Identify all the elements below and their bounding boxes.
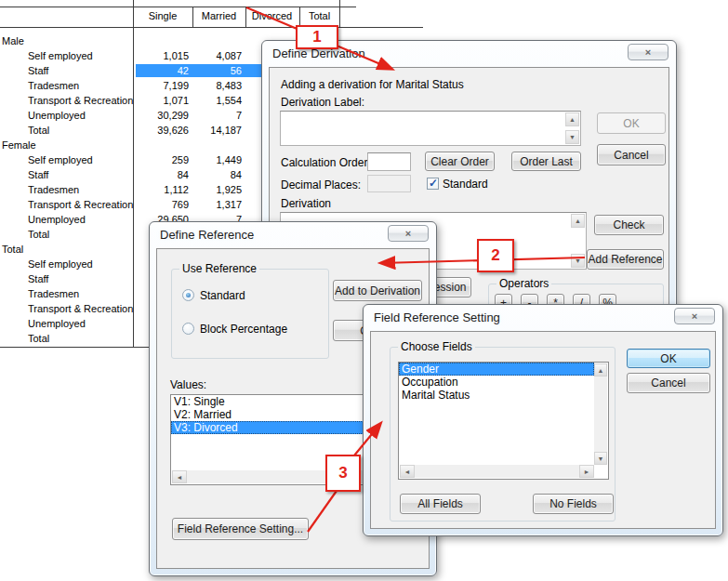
calculation-order-input[interactable]	[367, 152, 411, 171]
scroll-left-icon[interactable]: ◄	[400, 465, 415, 478]
horizontal-scrollbar[interactable]: ◄ ►	[400, 465, 594, 478]
row-label: Self employed	[28, 152, 93, 167]
column-header-divorced: Divorced	[245, 10, 298, 21]
use-reference-group-label: Use Reference	[179, 262, 259, 275]
derivation-label-input[interactable]: ▲ ▼	[280, 111, 581, 146]
cell-single: 259	[136, 152, 189, 167]
add-to-derivation-button[interactable]: Add to Derivation	[333, 280, 422, 301]
scroll-down-icon[interactable]: ▼	[594, 452, 607, 465]
cell-married: 14,187	[191, 123, 242, 138]
list-item[interactable]: Marital Status	[399, 389, 608, 402]
cell-married: 8,483	[191, 78, 242, 93]
scroll-down-icon[interactable]: ▼	[571, 254, 585, 268]
all-fields-button[interactable]: All Fields	[400, 494, 481, 514]
table-row[interactable]: Transport & Recreation7691,317	[0, 197, 261, 212]
close-icon[interactable]: ×	[388, 225, 429, 242]
block-percentage-radio[interactable]	[182, 323, 194, 335]
table-row[interactable]: Staff4256	[0, 63, 261, 78]
table-row[interactable]: Staff8484	[0, 167, 261, 182]
check-button[interactable]: Check	[594, 215, 664, 235]
table-group-row: Male	[0, 33, 261, 48]
table-header-rule	[0, 27, 423, 28]
scroll-down-icon[interactable]: ▼	[565, 130, 579, 144]
row-label: Staff	[28, 167, 48, 182]
block-percentage-radio-label: Block Percentage	[200, 323, 287, 336]
scroll-right-icon[interactable]: ►	[579, 465, 594, 478]
vertical-scrollbar[interactable]: ▲ ▼	[594, 363, 607, 465]
row-label: Self employed	[28, 48, 93, 63]
scroll-up-icon[interactable]: ▲	[594, 363, 607, 376]
scroll-up-icon[interactable]: ▲	[571, 214, 585, 228]
clear-order-button[interactable]: Clear Order	[425, 152, 495, 171]
add-reference-button[interactable]: Add Reference	[587, 249, 664, 270]
scroll-left-icon[interactable]: ◄	[172, 470, 187, 483]
decimal-places-input	[367, 175, 411, 192]
derivation-label-caption: Derivation Label:	[281, 96, 364, 109]
cell-single: 1,112	[136, 182, 189, 197]
use-reference-group: Use Reference Standard Block Percentage	[171, 269, 329, 359]
list-item-selected[interactable]: Gender	[399, 363, 594, 376]
choose-fields-group-label: Choose Fields	[398, 340, 475, 353]
ok-button[interactable]: OK	[597, 112, 666, 134]
close-icon[interactable]: ×	[674, 308, 715, 324]
derivation-scrollbar[interactable]: ▲ ▼	[571, 214, 585, 268]
table-col-divider	[339, 0, 340, 27]
standard-checkbox-label: Standard	[443, 178, 488, 191]
derivation-section-caption: Derivation	[281, 197, 331, 210]
group-label: Female	[2, 138, 36, 152]
fields-listbox[interactable]: Gender Occupation Marital Status ▲ ▼ ◄ ►	[398, 362, 609, 480]
scroll-up-icon[interactable]: ▲	[565, 112, 579, 126]
standard-radio-label: Standard	[200, 289, 245, 302]
column-header-single: Single	[135, 10, 191, 21]
cancel-button[interactable]: Cancel	[627, 373, 710, 393]
choose-fields-group: Choose Fields Gender Occupation Marital …	[390, 347, 615, 522]
table-row[interactable]: Unemployed30,2997	[0, 108, 261, 123]
row-label: Transport & Recreation	[28, 301, 133, 316]
no-fields-button[interactable]: No Fields	[533, 494, 614, 514]
standard-radio[interactable]	[182, 289, 194, 301]
cell-single: 1,071	[136, 93, 189, 108]
ok-button[interactable]: OK	[627, 349, 710, 368]
cell-single: 84	[136, 167, 189, 182]
row-label: Tradesmen	[28, 78, 79, 93]
row-label: Tradesmen	[28, 182, 79, 197]
table-row[interactable]: Tradesmen1,1121,925	[0, 182, 261, 197]
close-icon[interactable]: ×	[628, 44, 668, 60]
cell-married: 1,925	[191, 182, 242, 197]
callout-1-badge: 1	[296, 25, 338, 49]
derivation-label-scrollbar[interactable]: ▲ ▼	[565, 112, 579, 144]
table-row[interactable]: Total39,62614,187	[0, 123, 261, 138]
cell-single: 7,199	[136, 78, 189, 93]
callout-3-badge: 3	[325, 455, 361, 492]
row-label: Total	[28, 227, 49, 242]
group-label: Male	[2, 33, 24, 48]
cell-married: 4,087	[191, 48, 242, 63]
cell-married: 1,317	[191, 197, 242, 212]
row-label: Staff	[28, 63, 48, 78]
cell-single: 769	[136, 197, 189, 212]
cell-single: 1,015	[136, 48, 189, 63]
row-label: Staff	[28, 271, 48, 286]
cell-single: 30,299	[136, 108, 189, 123]
column-header-total: Total	[299, 10, 339, 21]
list-item[interactable]: Occupation	[399, 376, 608, 389]
table-row[interactable]: Transport & Recreation1,0711,554	[0, 93, 261, 108]
field-reference-setting-dialog: Field Reference Setting × Choose Fields …	[363, 304, 723, 536]
cell-single: 42	[136, 63, 189, 78]
callout-2-badge: 2	[477, 239, 514, 272]
field-reference-setting-button[interactable]: Field Reference Setting...	[172, 518, 309, 540]
row-label: Unemployed	[28, 108, 86, 123]
cancel-button[interactable]: Cancel	[597, 144, 666, 165]
row-label: Transport & Recreation	[28, 197, 133, 212]
cell-married: 56	[191, 63, 242, 78]
derivation-intro-text: Adding a derivation for Marital Status	[281, 78, 464, 91]
table-row[interactable]: Tradesmen7,1998,483	[0, 78, 261, 93]
decimal-places-caption: Decimal Places:	[281, 178, 361, 191]
order-last-button[interactable]: Order Last	[511, 152, 581, 171]
define-reference-title: Define Reference	[160, 228, 254, 242]
cell-married: 7	[191, 108, 242, 123]
standard-checkbox[interactable]	[427, 178, 439, 190]
table-row[interactable]: Self employed2591,449	[0, 152, 261, 167]
table-row[interactable]: Self employed1,0154,087	[0, 48, 261, 63]
row-label: Total	[28, 123, 49, 138]
